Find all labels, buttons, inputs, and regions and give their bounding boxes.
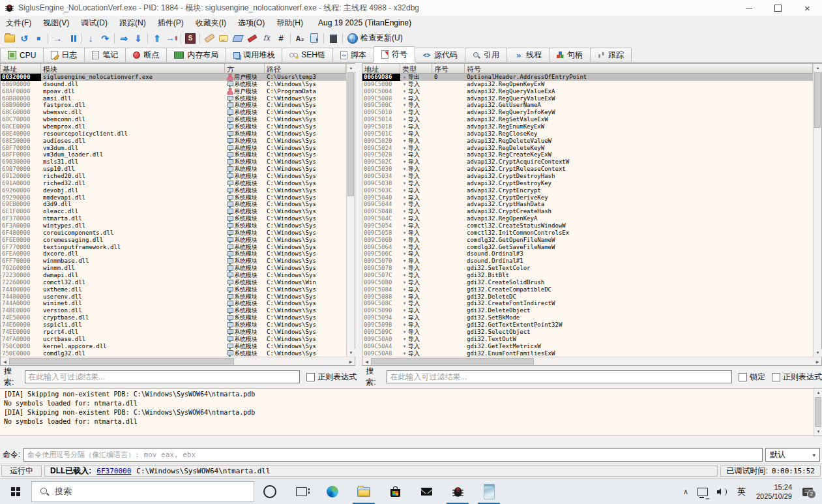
module-row[interactable]: 750C0000kernel.appcore.dll系统模块C:\Windows… [1, 343, 346, 350]
symbol-row[interactable]: 009C5094导入gdi32.SetBkMode [362, 314, 813, 321]
symbol-row[interactable]: 009C508C导入gdi32.CreateFontIndirectW [362, 301, 813, 308]
execute-return-button[interactable] [150, 31, 164, 46]
scroll-left-arrow-icon[interactable]: ◀ [362, 357, 371, 365]
module-row[interactable]: 69290000mmdevapi.dll系统模块C:\Windows\Sys [1, 194, 346, 201]
symbols-column-header[interactable]: 类型 [400, 64, 432, 73]
symbol-row[interactable]: 009C5008导入advapi32.RegQueryValueExW [362, 95, 813, 102]
clock[interactable]: 15:24 2025/10/29 [750, 479, 798, 504]
module-row[interactable]: 74FA0000ucrtbase.dll系统模块C:\Windows\Sys [1, 336, 346, 343]
modules-column-header[interactable]: 路径 [265, 64, 346, 73]
symbols-lock-checkbox[interactable]: 锁定 [739, 372, 765, 383]
module-row[interactable]: 6FF70000winmmbase.dll系统模块C:\Windows\Sys [1, 258, 346, 265]
scroll-down-arrow-icon[interactable]: ▼ [814, 349, 822, 357]
module-row[interactable]: 72260000comctl32.dll系统模块C:\Windows\Win [1, 279, 346, 286]
symbol-row[interactable]: 009C5024导入advapi32.RegDeleteKeyW [362, 145, 813, 152]
close-button[interactable] [31, 31, 46, 46]
module-row[interactable]: 74E60000sspicli.dll系统模块C:\Windows\Sys [1, 321, 346, 329]
modules-search-input[interactable] [25, 370, 300, 383]
module-row[interactable]: 74480000userenv.dll系统模块C:\Windows\Sys [1, 293, 346, 301]
menu-item[interactable]: 文件(F) [0, 16, 37, 30]
module-row[interactable]: 68E50000audioses.dll系统模块C:\Windows\Sys [1, 138, 346, 145]
module-row[interactable]: 74E50000cryptbase.dll系统模块C:\Windows\Sys [1, 314, 346, 321]
symbol-row[interactable]: 009C5070导入dsound.Ordinal#1 [362, 258, 813, 265]
tab-stack[interactable]: 调用堆栈 [226, 48, 282, 62]
fx-button[interactable] [259, 31, 274, 46]
network-tray-button[interactable] [693, 479, 712, 504]
symbols-search-input[interactable] [387, 370, 732, 383]
module-row[interactable]: 6F3A0000wintypes.dll系统模块C:\Windows\Sys [1, 222, 346, 230]
animate-into-button[interactable] [117, 31, 131, 46]
scroll-right-arrow-icon[interactable]: ▶ [347, 357, 355, 365]
module-row[interactable]: 6E1F0000oleacc.dll系统模块C:\Windows\Sys [1, 208, 346, 215]
symbols-column-header[interactable]: 地址 [362, 64, 400, 73]
tab-cpu[interactable]: CPU [0, 48, 44, 62]
scroll-up-arrow-icon[interactable]: ▲ [814, 389, 822, 396]
module-row[interactable]: 6F770000textinputframework.dll系统模块C:\Win… [1, 244, 346, 251]
scroll-up-arrow-icon[interactable]: ▲ [347, 64, 355, 72]
profile-dropdown[interactable]: 默认 ▾ [765, 448, 820, 462]
symbol-row[interactable]: 009C5058导入comctl32.InitCommonControlsEx [362, 230, 813, 237]
scrollbar-thumb[interactable] [371, 358, 534, 364]
tab-script[interactable]: 脚本 [332, 48, 374, 62]
check-updates-button[interactable]: 检查更新(U) [345, 33, 405, 44]
modules-column-header[interactable]: 方 [225, 64, 265, 73]
module-row[interactable]: 69030000msls31.dll系统模块C:\Windows\Sys [1, 158, 346, 166]
symbols-horizontal-scrollbar[interactable]: ◀ ▶ [362, 357, 821, 365]
tray-overflow-button[interactable]: ∧ [679, 479, 693, 504]
symbols-column-header[interactable]: 序号 [432, 64, 465, 73]
modules-vertical-scrollbar[interactable]: ▲ ▼ [346, 64, 355, 357]
symbol-row[interactable]: 009C501C导入advapi32.RegCloseKey [362, 130, 813, 138]
font-az-button[interactable] [293, 31, 307, 46]
pause-button[interactable] [65, 31, 79, 46]
symbol-row[interactable]: 009C5064导入comdlg32.GetSaveFileNameW [362, 244, 813, 251]
symbol-row[interactable]: 009C502C导入advapi32.CryptAcquireContextW [362, 158, 813, 166]
symbol-row[interactable]: 009C50A4导入gdi32.GetTextMetricsW [362, 343, 813, 350]
module-row[interactable]: 69260000devobj.dll系统模块C:\Windows\Sys [1, 187, 346, 194]
symbol-row[interactable]: 009C506C导入dsound.Ordinal#3 [362, 250, 813, 258]
menu-item[interactable]: 视图(V) [37, 16, 75, 30]
symbol-row[interactable]: 009C5020导入advapi32.RegDeleteValueW [362, 138, 813, 145]
menu-item[interactable]: 跟踪(N) [113, 16, 152, 30]
dll-address-link[interactable]: 6F370000 [96, 467, 131, 475]
module-row[interactable]: 68C60000wbemsvc.dll系统模块C:\Windows\Sys [1, 109, 346, 116]
symbol-row[interactable]: 009C5044导入advapi32.CryptHashData [362, 201, 813, 208]
symbol-row[interactable]: 009C5080导入gdi32.CreateSolidBrush [362, 279, 813, 286]
restart-button[interactable] [17, 31, 31, 46]
start-button[interactable] [0, 479, 31, 504]
window-button[interactable] [307, 31, 321, 46]
scrollbar-thumb[interactable] [815, 397, 821, 427]
symbol-row[interactable]: 009C503C导入advapi32.CryptEncrypt [362, 187, 813, 194]
symbol-row[interactable]: 009C5038导入advapi32.CryptDestroyKey [362, 180, 813, 187]
patch-button[interactable] [202, 31, 216, 46]
symbol-row[interactable]: 009C500C导入advapi32.GetUserNameA [362, 102, 813, 109]
module-row[interactable]: 691A0000riched32.dll系统模块C:\Windows\Sys [1, 180, 346, 187]
symbols-column-header[interactable]: 符号 [465, 64, 813, 73]
symbol-row[interactable]: 009C5014导入advapi32.RegSetValueExW [362, 116, 813, 123]
symbol-row[interactable]: 009C5090导入gdi32.DeleteObject [362, 307, 813, 314]
file-explorer-button[interactable] [348, 479, 379, 504]
module-row[interactable]: 6F480000coreuicomponents.dll系统模块C:\Windo… [1, 230, 346, 237]
run-user-code-button[interactable] [164, 31, 179, 46]
action-center-button[interactable]: 2 [798, 479, 822, 504]
symbol-row[interactable]: 009C5028导入advapi32.RegCreateKeyExW [362, 151, 813, 158]
modules-column-header[interactable]: 基址 [1, 64, 41, 73]
modules-regex-checkbox[interactable]: 正则表达式 [306, 372, 357, 383]
symbols-vertical-scrollbar[interactable]: ▲ ▼ [813, 64, 821, 357]
module-row[interactable]: 750E0000comdlg32.dll系统模块C:\Windows\Sys [1, 350, 346, 357]
module-row[interactable]: 00320000siglusengine_nolocationverf.exe用… [1, 74, 346, 81]
symbol-row[interactable]: 009C509C导入gdi32.SelectObject [362, 329, 813, 336]
volume-tray-button[interactable] [712, 479, 733, 504]
module-row[interactable]: 68FF0000vm3dum_loader.dll系统模块C:\Windows\… [1, 151, 346, 158]
scroll-down-arrow-icon[interactable]: ▼ [814, 428, 822, 436]
module-row[interactable]: 69120000riched20.dll系统模块C:\Windows\Sys [1, 173, 346, 180]
symbol-row[interactable]: 009C5034导入advapi32.CryptDestroyHash [362, 173, 813, 180]
modules-column-header[interactable]: 模块 [41, 64, 225, 73]
symbol-row[interactable]: 00669D86导出0OptionalHeader.AddressOfEntry… [362, 74, 813, 81]
calculator-button[interactable] [326, 31, 340, 46]
scrollbar-thumb[interactable] [9, 358, 234, 364]
module-row[interactable]: 6F6E0000coremessaging.dll系统模块C:\Windows\… [1, 237, 346, 244]
scroll-right-arrow-icon[interactable]: ▶ [814, 357, 821, 365]
seh-s-button[interactable] [183, 31, 198, 46]
symbol-row[interactable]: 009C5084导入gdi32.CreateCompatibleDC [362, 286, 813, 293]
tab-trace[interactable]: 跟踪 [590, 48, 632, 62]
